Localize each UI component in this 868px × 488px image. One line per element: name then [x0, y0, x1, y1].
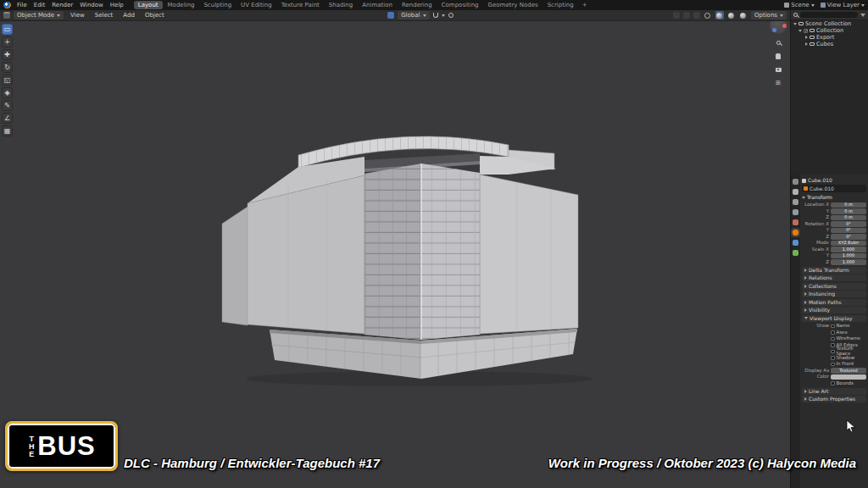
section-instancing[interactable]: Instancing	[802, 291, 866, 297]
output-tab-icon[interactable]	[793, 199, 798, 205]
tool-scale[interactable]: ◱	[2, 75, 13, 86]
object-name-row[interactable]: Cube.010	[802, 185, 866, 192]
section-delta-transform[interactable]: Delta Transform	[802, 267, 866, 274]
checkbox[interactable]	[831, 363, 835, 367]
checkbox[interactable]	[831, 324, 835, 329]
add-workspace-button[interactable]: +	[579, 3, 591, 8]
field-location-z[interactable]: Z0 m	[802, 214, 866, 221]
expander-icon[interactable]	[798, 30, 802, 32]
checkbox[interactable]	[831, 343, 835, 347]
checkbox[interactable]	[831, 330, 835, 335]
field-location-y[interactable]: Y0 m	[802, 208, 866, 215]
object-tab-icon[interactable]	[793, 230, 798, 236]
object-data-tab-icon[interactable]	[793, 250, 798, 256]
mode-dropdown[interactable]: Object Mode	[14, 11, 64, 19]
section-line-art[interactable]: Line Art	[802, 388, 866, 395]
section-visibility[interactable]: Visibility	[802, 307, 866, 313]
shading-rendered-icon[interactable]	[739, 11, 748, 19]
workspace-tab-rendering[interactable]: Rendering	[398, 1, 437, 9]
checkbox[interactable]	[831, 337, 835, 341]
snap-magnet-icon[interactable]	[433, 13, 438, 18]
outliner-item-scene-collection[interactable]: Scene Collection	[791, 20, 868, 27]
workspace-tab-uv-editing[interactable]: UV Editing	[236, 1, 276, 9]
menu-view[interactable]: View	[67, 13, 88, 19]
checkbox[interactable]	[831, 381, 835, 385]
modifiers-tab-icon[interactable]	[793, 240, 798, 246]
vd-option-in-front[interactable]: In Front	[802, 361, 866, 368]
perspective-toggle-icon[interactable]: ⊞	[773, 78, 783, 88]
section-motion-paths[interactable]: Motion Paths	[802, 299, 866, 306]
show-overlays-icon[interactable]	[683, 12, 690, 19]
field-rotation-mode[interactable]: ModeXYZ Euler	[802, 240, 866, 247]
tool-cursor[interactable]: +	[2, 36, 13, 47]
menu-object[interactable]: Object	[142, 13, 168, 19]
transform-section-header[interactable]: Transform	[802, 194, 866, 201]
editor-type-icon[interactable]	[3, 12, 10, 19]
show-gizmo-icon[interactable]	[673, 12, 680, 19]
shading-wireframe-icon[interactable]	[704, 11, 712, 19]
tool-measure[interactable]: ∠	[2, 113, 13, 124]
vd-display-as[interactable]: Display AsTextured	[802, 368, 866, 374]
section-custom-properties[interactable]: Custom Properties	[802, 396, 866, 402]
expander-icon[interactable]	[805, 42, 808, 46]
tool-transform[interactable]: ◈	[2, 87, 13, 98]
section-collections[interactable]: Collections	[802, 283, 866, 290]
menu-render[interactable]: Render	[48, 3, 76, 8]
outliner-item-cubes[interactable]: Cubes	[791, 41, 868, 47]
blender-logo-icon[interactable]	[3, 2, 11, 8]
tool-move[interactable]: ✚	[2, 49, 13, 60]
filter-icon[interactable]	[860, 14, 865, 17]
menu-window[interactable]: Window	[76, 3, 107, 8]
field-location-x[interactable]: Location X0 m	[802, 202, 866, 208]
vd-option-axes[interactable]: Axes	[802, 330, 866, 336]
field-rotation-z[interactable]: Z0°	[802, 234, 866, 241]
workspace-tab-compositing[interactable]: Compositing	[437, 1, 483, 9]
proportional-edit-icon[interactable]	[448, 13, 453, 18]
checkbox[interactable]	[831, 356, 835, 360]
field-rotation-x[interactable]: Rotation X0°	[802, 221, 866, 228]
checkbox[interactable]	[831, 350, 835, 354]
scene-tab-icon[interactable]	[793, 209, 798, 215]
camera-view-icon[interactable]	[773, 64, 783, 75]
tool-rotate[interactable]: ↻	[2, 62, 13, 73]
collection-checkbox[interactable]	[804, 29, 808, 33]
view-layer-selector[interactable]: View Layer	[821, 3, 865, 8]
menu-help[interactable]: Help	[107, 3, 127, 8]
world-tab-icon[interactable]	[793, 219, 798, 225]
shading-solid-icon[interactable]	[715, 11, 724, 19]
options-dropdown[interactable]: Options	[751, 11, 787, 19]
vd-color[interactable]: Color	[802, 374, 866, 380]
workspace-tab-sculpting[interactable]: Sculpting	[199, 1, 236, 9]
workspace-tab-geometry-nodes[interactable]: Geometry Nodes	[484, 1, 542, 9]
pan-hand-icon[interactable]	[773, 51, 783, 61]
gizmo-toggle-icon[interactable]	[387, 12, 394, 19]
vd-option-texture-space[interactable]: Texture Space	[802, 348, 866, 355]
scene-selector[interactable]: Scene	[784, 3, 814, 8]
field-scale-y[interactable]: Y1.000	[802, 252, 866, 259]
menu-file[interactable]: File	[14, 3, 31, 8]
workspace-tab-shading[interactable]: Shading	[325, 1, 357, 9]
field-rotation-y[interactable]: Y0°	[802, 227, 866, 234]
vd-option-name[interactable]: ShowName	[802, 323, 866, 330]
building-object[interactable]	[222, 136, 593, 386]
expander-icon[interactable]	[805, 36, 808, 39]
section-relations[interactable]: Relations	[802, 274, 866, 281]
workspace-tab-layout[interactable]: Layout	[134, 1, 163, 9]
menu-add[interactable]: Add	[120, 13, 138, 19]
xray-toggle-icon[interactable]	[693, 12, 700, 19]
tool-annotate[interactable]: ✎	[2, 100, 13, 111]
vd-option-wireframe[interactable]: Wireframe	[802, 336, 866, 342]
expander-icon[interactable]	[793, 23, 797, 25]
tool-tab-icon[interactable]	[793, 179, 798, 185]
snap-dropdown-icon[interactable]	[442, 14, 445, 17]
tool-add-cube[interactable]: ▦	[2, 125, 13, 136]
workspace-tab-modeling[interactable]: Modeling	[164, 1, 199, 9]
workspace-tab-scripting[interactable]: Scripting	[543, 1, 578, 9]
field-scale-x[interactable]: Scale X1.000	[802, 247, 866, 253]
tool-select-box[interactable]: ▭	[2, 24, 13, 35]
outliner-item-collection[interactable]: Collection	[791, 27, 868, 34]
menu-select[interactable]: Select	[92, 13, 117, 19]
vd-bounds[interactable]: Bounds	[802, 380, 866, 387]
render-tab-icon[interactable]	[793, 189, 798, 195]
workspace-tab-animation[interactable]: Animation	[358, 1, 397, 9]
